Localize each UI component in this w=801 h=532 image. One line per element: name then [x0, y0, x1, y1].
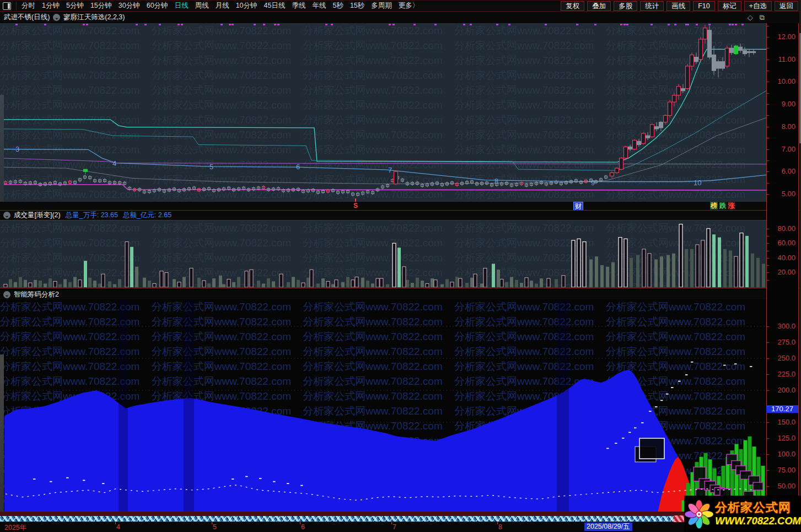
toolbar-button-F10[interactable]: F10 — [693, 1, 715, 11]
time-tick — [391, 522, 392, 524]
finance-tag[interactable]: 财 — [573, 202, 583, 211]
menu-item-5秒[interactable]: 5秒 — [332, 1, 343, 10]
bottom-red-strip — [0, 512, 686, 515]
time-tick — [212, 522, 212, 524]
toolbar-button-复权[interactable]: 复权 — [561, 1, 584, 11]
svg-text:7: 7 — [388, 166, 392, 174]
menu-item-日线[interactable]: 日线 — [175, 1, 189, 10]
menubar: 分时1分钟5分钟15分钟30分钟60分钟日线周线月线10分钟45日线季线年线5秒… — [0, 0, 801, 12]
axis-tick — [767, 236, 769, 237]
main-chart-footer-strip: S 财 榜跌涨 — [0, 202, 766, 210]
axis-tick — [767, 251, 769, 251]
axis-label: 150.0 — [767, 418, 795, 426]
axis-label: 125.0 — [767, 434, 795, 442]
main-chart-pane[interactable]: 分析家公式网www.70822.com 分析家公式网www.70822.com … — [0, 23, 766, 202]
axis-tick — [767, 37, 769, 37]
axis-tick — [767, 149, 769, 150]
period-menu: 分时1分钟5分钟15分钟30分钟60分钟日线周线月线10分钟45日线季线年线5秒… — [18, 1, 422, 10]
rank-tag[interactable]: 跌 — [719, 202, 727, 209]
axis-tick — [767, 93, 769, 94]
menu-item-15秒[interactable]: 15秒 — [350, 1, 364, 10]
sell-signal-label: S — [353, 202, 358, 209]
price-axis-column: 12.0011.0010.009.008.007.006.005.0080.00… — [766, 23, 799, 522]
chip-distribution-chart[interactable] — [0, 299, 766, 515]
axis-tick — [767, 486, 769, 487]
left-edge-strip — [0, 95, 4, 202]
menu-item-30分钟[interactable]: 30分钟 — [119, 1, 140, 10]
svg-text:4: 4 — [112, 159, 116, 168]
axis-tick — [767, 171, 769, 172]
axis-label: 8.00 — [767, 123, 795, 131]
collapse-icon[interactable]: ⌄ — [3, 212, 10, 219]
chip-indicator-name: 智能筹码分析2 — [14, 290, 59, 299]
app-window-icon[interactable] — [3, 2, 11, 10]
menu-item-分时[interactable]: 分时 — [21, 1, 35, 10]
menu-item-60分钟[interactable]: 60分钟 — [147, 1, 168, 10]
axis-label: 11.00 — [767, 56, 795, 63]
chevron-down-icon[interactable]: ⌄ — [53, 14, 60, 21]
separator-line — [0, 288, 801, 288]
toolbar-button-统计[interactable]: 统计 — [640, 1, 664, 11]
axis-label: 40.00 — [767, 254, 795, 262]
menu-item-月线[interactable]: 月线 — [216, 1, 229, 10]
axis-tick — [767, 342, 769, 343]
axis-tick — [767, 243, 769, 244]
axis-label: 10.00 — [767, 78, 795, 85]
window-split-icon[interactable]: ⧉ — [760, 13, 765, 22]
axis-tick — [767, 272, 769, 273]
toolbar-button-多股[interactable]: 多股 — [614, 1, 637, 11]
axis-label: 200.0 — [767, 386, 795, 394]
axis-label: 100.0 — [767, 450, 795, 458]
axis-tick — [767, 438, 769, 439]
month-label: 7 — [393, 523, 396, 531]
menu-item-10分钟[interactable]: 10分钟 — [236, 1, 257, 10]
svg-text:3: 3 — [15, 145, 19, 153]
toolbar-button-返回[interactable]: 返回 — [775, 1, 798, 11]
divider — [16, 2, 17, 10]
menu-item-年线[interactable]: 年线 — [312, 1, 326, 10]
axis-tick — [767, 194, 769, 195]
menu-item-周线[interactable]: 周线 — [195, 1, 209, 10]
axis-tick — [767, 358, 769, 359]
brand-url: WWW.70822.COM — [715, 515, 801, 527]
menu-item-季线[interactable]: 季线 — [292, 1, 305, 10]
rank-tag[interactable]: 榜 — [710, 202, 718, 209]
volume-bars-chart[interactable] — [0, 221, 766, 288]
axis-tick — [767, 138, 769, 138]
svg-text:5: 5 — [209, 163, 213, 171]
axis-tick — [767, 127, 769, 127]
month-label: 8 — [498, 523, 502, 531]
toolbar-button-标记[interactable]: 标记 — [718, 1, 741, 11]
candlestick-chart[interactable]: 345678910 — [0, 23, 766, 202]
volume-chart-pane[interactable]: 分析家公式网www.70822.com 分析家公式网www.70822.com … — [0, 221, 766, 288]
time-tick — [115, 522, 116, 524]
axis-label: 12.00 — [767, 33, 795, 41]
axis-tick — [767, 229, 769, 229]
axis-tick — [767, 265, 769, 266]
menu-item-15分钟[interactable]: 15分钟 — [90, 1, 112, 10]
stock-title: 武进不锈(日线) — [4, 13, 50, 22]
toolbar-button-叠加[interactable]: 叠加 — [587, 1, 611, 11]
axis-label: 50.00 — [767, 482, 795, 490]
rank-tag[interactable]: 涨 — [728, 202, 735, 209]
axis-tick — [767, 454, 769, 455]
toolbar-right: 复权叠加多股统计画线F10标记+自选返回 — [558, 1, 798, 11]
chip-analysis-pane[interactable]: 分析家公式网www.70822.com 分析家公式网www.70822.com … — [0, 299, 766, 515]
axis-label: 7.00 — [767, 146, 795, 153]
diamond-icon[interactable]: ◇ — [748, 13, 753, 22]
volume-total-amount: 总额_亿元: 2.65 — [123, 211, 171, 220]
axis-label: 6.00 — [767, 168, 795, 175]
menu-item-多周期[interactable]: 多周期 — [371, 1, 392, 10]
menu-item-5分钟[interactable]: 5分钟 — [66, 1, 84, 10]
axis-tick — [767, 280, 769, 281]
axis-label: 275.0 — [767, 338, 795, 346]
toolbar-button-画线[interactable]: 画线 — [666, 1, 690, 11]
menu-item-1分钟[interactable]: 1分钟 — [42, 1, 60, 10]
toolbar-button-+自选[interactable]: +自选 — [744, 1, 772, 11]
svg-text:6: 6 — [296, 163, 300, 171]
axis-tick — [767, 71, 769, 71]
menu-item-更多〉[interactable]: 更多〉 — [399, 1, 420, 10]
collapse-icon[interactable]: ⌄ — [3, 291, 10, 298]
time-axis[interactable]: 2025年 2025/08/29/五 45678 — [0, 522, 801, 532]
menu-item-45日线[interactable]: 45日线 — [264, 1, 286, 10]
